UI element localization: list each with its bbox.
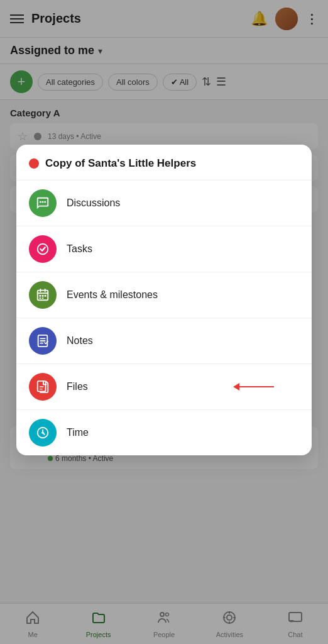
svg-point-1 [42,201,44,203]
notes-icon [29,327,57,355]
notes-label: Notes [67,335,93,347]
modal-header: Copy of Santa's Little Helpers [16,145,312,180]
svg-rect-11 [38,381,46,392]
svg-point-2 [44,201,46,203]
svg-point-13 [41,431,44,434]
svg-rect-9 [42,297,44,299]
project-color-dot [29,158,39,169]
discussions-label: Discussions [67,197,120,209]
menu-item-time[interactable]: Time [16,410,312,455]
menu-item-files[interactable]: Files [16,364,312,410]
svg-rect-5 [40,295,41,297]
events-label: Events & milestones [67,289,158,301]
discussions-icon [29,189,57,217]
svg-rect-7 [45,295,46,297]
menu-item-notes[interactable]: Notes [16,318,312,364]
project-menu-modal: Copy of Santa's Little Helpers Discussio… [16,145,312,455]
files-icon [29,373,57,401]
events-icon [29,281,57,309]
menu-item-events[interactable]: Events & milestones [16,272,312,318]
svg-rect-8 [40,297,41,299]
time-label: Time [67,427,89,438]
menu-item-discussions[interactable]: Discussions [16,180,312,226]
svg-rect-6 [42,295,44,297]
menu-item-tasks[interactable]: Tasks [16,226,312,272]
tasks-label: Tasks [67,243,92,255]
svg-point-0 [40,201,41,203]
time-icon [29,419,57,447]
modal-project-title: Copy of Santa's Little Helpers [45,157,196,170]
files-label: Files [67,381,88,392]
tasks-icon [29,235,57,263]
arrow-indicator [233,383,274,391]
